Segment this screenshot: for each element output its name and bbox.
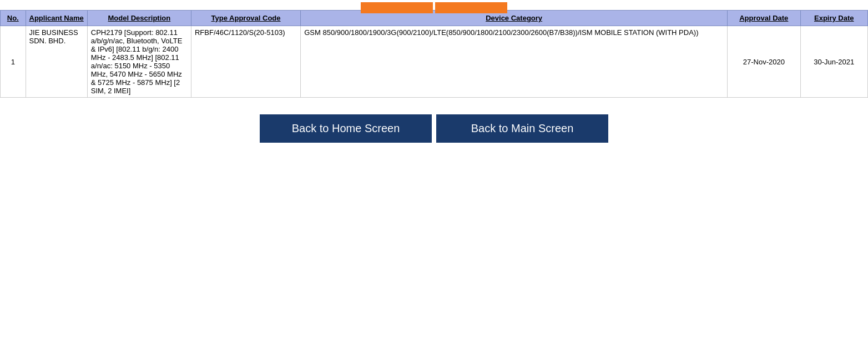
table-row: 1 JIE BUSINESS SDN. BHD. CPH2179 [Suppor… <box>1 26 868 98</box>
cell-approval-date: 27-Nov-2020 <box>728 26 801 98</box>
top-button-2[interactable] <box>435 2 507 13</box>
cell-no: 1 <box>1 26 26 98</box>
top-button-1[interactable] <box>361 2 433 13</box>
col-header-expiry: Expiry Date <box>800 11 867 26</box>
col-header-approval-date: Approval Date <box>728 11 801 26</box>
cell-applicant: JIE BUSINESS SDN. BHD. <box>26 26 87 98</box>
cell-model: CPH2179 [Support: 802.11 a/b/g/n/ac, Blu… <box>87 26 191 98</box>
col-header-type: Type Approval Code <box>191 11 300 26</box>
col-header-model: Model Description <box>87 11 191 26</box>
back-main-button[interactable]: Back to Main Screen <box>436 114 608 143</box>
col-header-applicant: Applicant Name <box>26 11 87 26</box>
cell-type-approval: RFBF/46C/1120/S(20-5103) <box>191 26 300 98</box>
cell-device-category: GSM 850/900/1800/1900/3G(900/2100)/LTE(8… <box>301 26 728 98</box>
cell-expiry-date: 30-Jun-2021 <box>800 26 867 98</box>
col-header-no: No. <box>1 11 26 26</box>
back-home-button[interactable]: Back to Home Screen <box>260 114 432 143</box>
